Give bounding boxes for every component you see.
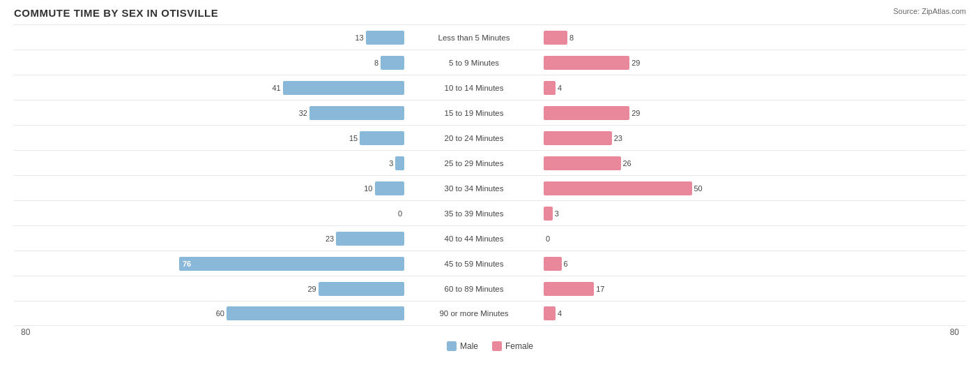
row-label: 40 to 44 Minutes	[404, 234, 544, 243]
female-value: 4	[558, 309, 562, 318]
female-bar: 4	[544, 306, 556, 320]
female-bar: 8	[544, 31, 567, 45]
male-bar: 8	[381, 56, 404, 70]
male-value: 76	[183, 260, 191, 268]
female-value: 4	[558, 84, 562, 92]
male-value: 60	[216, 309, 224, 318]
male-bar: 3	[395, 156, 404, 170]
male-bar: 13	[366, 31, 404, 45]
row-label: 10 to 14 Minutes	[404, 84, 544, 92]
table-row: 035 to 39 Minutes3	[14, 200, 966, 225]
male-section: 41	[14, 75, 404, 100]
female-section: 8	[544, 25, 934, 50]
female-value: 23	[614, 134, 622, 142]
male-section: 32	[14, 100, 404, 125]
table-row: 1030 to 34 Minutes50	[14, 175, 966, 200]
legend-male-box	[447, 341, 457, 351]
female-value: 29	[631, 109, 640, 117]
female-section: 50	[544, 176, 934, 200]
female-value: 29	[631, 59, 640, 67]
row-label: 60 to 89 Minutes	[404, 285, 544, 293]
row-label: 15 to 19 Minutes	[404, 109, 544, 117]
male-section: 8	[14, 50, 404, 75]
male-section: 29	[14, 276, 404, 301]
male-section: 76	[14, 251, 404, 276]
legend-female-box	[492, 341, 502, 351]
male-bar: 41	[283, 81, 404, 95]
female-section: 23	[544, 126, 934, 150]
female-bar: 17	[544, 282, 594, 296]
female-section: 26	[544, 151, 934, 175]
row-label: 45 to 59 Minutes	[404, 260, 544, 268]
female-section: 4	[544, 301, 934, 325]
table-row: 7645 to 59 Minutes6	[14, 251, 966, 276]
female-value: 0	[546, 234, 550, 243]
female-value: 26	[623, 159, 631, 167]
male-section: 10	[14, 176, 404, 200]
female-section: 4	[544, 75, 934, 100]
row-label: Less than 5 Minutes	[404, 33, 544, 42]
legend: Male Female	[14, 341, 966, 351]
table-row: 85 to 9 Minutes29	[14, 50, 966, 75]
male-value: 41	[273, 84, 281, 92]
female-section: 17	[544, 276, 934, 301]
female-bar: 50	[544, 181, 692, 195]
table-row: 6090 or more Minutes4	[14, 301, 966, 326]
female-section: 3	[544, 201, 934, 225]
male-value: 8	[374, 59, 378, 67]
male-value: 15	[349, 134, 358, 142]
male-value: 10	[364, 184, 372, 193]
table-row: 325 to 29 Minutes26	[14, 150, 966, 175]
row-label: 35 to 39 Minutes	[404, 209, 544, 218]
male-section: 15	[14, 126, 404, 150]
row-label: 25 to 29 Minutes	[404, 159, 544, 167]
row-label: 20 to 24 Minutes	[404, 134, 544, 142]
table-row: 4110 to 14 Minutes4	[14, 75, 966, 100]
legend-male-label: Male	[460, 341, 478, 351]
male-bar: 76	[179, 257, 404, 271]
rows-area: 13Less than 5 Minutes885 to 9 Minutes294…	[14, 24, 966, 326]
female-value: 50	[694, 184, 703, 193]
axis-labels: 80 80	[14, 327, 966, 337]
female-value: 17	[596, 285, 604, 293]
female-bar: 3	[544, 207, 553, 221]
male-section: 23	[14, 226, 404, 251]
female-bar: 6	[544, 257, 562, 271]
female-bar: 29	[544, 106, 629, 120]
female-bar: 26	[544, 156, 621, 170]
male-bar: 15	[360, 131, 404, 145]
table-row: 3215 to 19 Minutes29	[14, 100, 966, 125]
male-value: 23	[326, 234, 334, 243]
female-bar: 23	[544, 131, 612, 145]
male-section: 0	[14, 201, 404, 225]
male-value: 29	[308, 285, 316, 293]
male-value: 32	[299, 109, 307, 117]
male-section: 60	[14, 301, 404, 325]
source-text: Source: ZipAtlas.com	[893, 7, 966, 15]
male-section: 13	[14, 25, 404, 50]
chart-title: COMMUTE TIME BY SEX IN OTISVILLE	[14, 7, 966, 19]
axis-right: 80	[576, 327, 966, 337]
male-bar: 23	[336, 232, 404, 246]
chart-container: COMMUTE TIME BY SEX IN OTISVILLE Source:…	[0, 0, 980, 365]
female-section: 6	[544, 251, 934, 276]
legend-male: Male	[447, 341, 478, 351]
female-section: 0	[544, 226, 934, 251]
female-bar: 4	[544, 81, 556, 95]
male-value: 0	[398, 209, 402, 218]
row-label: 90 or more Minutes	[404, 309, 544, 318]
female-section: 29	[544, 50, 934, 75]
table-row: 1520 to 24 Minutes23	[14, 125, 966, 150]
male-bar: 29	[319, 282, 404, 296]
male-value: 3	[389, 159, 393, 167]
male-value: 13	[355, 33, 364, 42]
table-row: 2340 to 44 Minutes0	[14, 225, 966, 251]
female-section: 29	[544, 100, 934, 125]
female-value: 3	[555, 209, 559, 218]
table-row: 2960 to 89 Minutes17	[14, 276, 966, 301]
female-value: 8	[569, 33, 574, 42]
male-bar: 10	[375, 181, 405, 195]
axis-left: 80	[14, 327, 404, 337]
female-bar: 29	[544, 56, 629, 70]
row-label: 30 to 34 Minutes	[404, 184, 544, 193]
